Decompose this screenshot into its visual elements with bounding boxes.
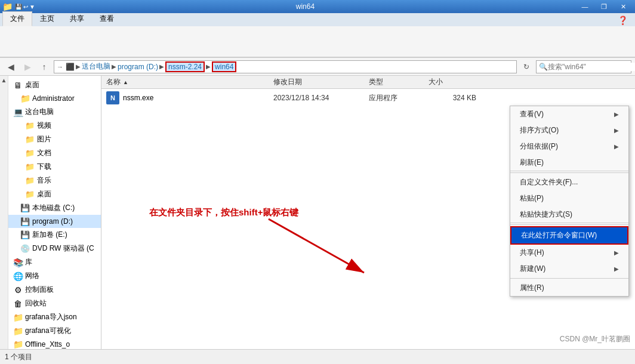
- sidebar-label-desktop2: 桌面: [37, 189, 51, 199]
- ctx-properties[interactable]: 属性(R): [510, 280, 628, 296]
- sidebar-item-recyclebin[interactable]: 🗑 回收站: [8, 297, 101, 310]
- sidebar-item-cdrive[interactable]: 💾 本地磁盘 (C:): [8, 201, 101, 215]
- ribbon-tab-file[interactable]: 文件: [2, 11, 32, 26]
- ctx-new[interactable]: 新建(W) ▶: [510, 261, 628, 277]
- drive-icon-e: 💾: [20, 230, 30, 240]
- close-button[interactable]: ✕: [614, 0, 633, 13]
- sidebar-item-grafana-json[interactable]: 📁 grafana导入json: [8, 310, 101, 324]
- sidebar-item-dvd[interactable]: 💿 DVD RW 驱动器 (C: [8, 242, 101, 255]
- sidebar-item-edrive[interactable]: 💾 新加卷 (E:): [8, 228, 101, 242]
- help-button[interactable]: ❓: [613, 14, 633, 26]
- ctx-view-label: 查看(V): [520, 109, 544, 119]
- sidebar-item-library[interactable]: 📚 库: [8, 255, 101, 269]
- breadcrumb-sendpc[interactable]: 送台电脑: [82, 61, 110, 72]
- ctx-opencmd-label: 在此处打开命令窗口(W): [521, 230, 597, 240]
- sidebar-label-pictures: 图片: [37, 134, 51, 144]
- sidebar-scroll-up[interactable]: ▲: [0, 76, 8, 349]
- ctx-group[interactable]: 分组依据(P) ▶: [510, 138, 628, 155]
- dvd-icon: 💿: [20, 244, 30, 254]
- col-type-header[interactable]: 类型: [369, 77, 429, 87]
- ctx-share[interactable]: 共享(H) ▶: [510, 245, 628, 261]
- sidebar-item-desktop2[interactable]: 📁 桌面: [8, 187, 101, 201]
- sidebar-item-thispc[interactable]: 💻 这台电脑: [8, 105, 101, 119]
- sidebar-item-docs[interactable]: 📁 文档: [8, 146, 101, 160]
- breadcrumb-computer[interactable]: ⬛: [66, 63, 75, 71]
- title-bar-icon: 📁: [2, 2, 13, 11]
- ctx-paste-shortcut[interactable]: 粘贴快捷方式(S): [510, 206, 628, 223]
- refresh-button[interactable]: ↻: [519, 60, 534, 74]
- sidebar-item-controlpanel[interactable]: ⚙ 控制面板: [8, 283, 101, 297]
- file-type: 应用程序: [369, 93, 429, 103]
- breadcrumb-program[interactable]: program (D:): [118, 63, 158, 71]
- col-size-header[interactable]: 大小: [429, 77, 476, 87]
- col-name-header[interactable]: 名称 ▲: [106, 77, 273, 87]
- search-input[interactable]: [548, 63, 635, 71]
- ctx-group-label: 分组依据(P): [520, 141, 558, 152]
- sidebar-label-offline: Offline_Xtts_o: [25, 340, 70, 348]
- address-nav-icon: →: [57, 63, 63, 70]
- status-bar: 1 个项目: [0, 349, 635, 364]
- breadcrumb-win64[interactable]: win64: [212, 61, 236, 72]
- ctx-open-cmd[interactable]: 在此处打开命令窗口(W): [510, 226, 628, 245]
- back-button[interactable]: ◀: [4, 60, 18, 74]
- search-icon: 🔍: [539, 63, 548, 71]
- sidebar-label-ddrive: program (D:): [32, 217, 73, 226]
- ctx-view[interactable]: 查看(V) ▶: [510, 106, 628, 122]
- up-button[interactable]: ↑: [37, 60, 51, 74]
- folder-icon-video: 📁: [25, 121, 35, 131]
- sidebar-item-offline[interactable]: 📁 Offline_Xtts_o: [8, 338, 101, 349]
- address-bar[interactable]: → ⬛ ▶ 送台电脑 ▶ program (D:) ▶ nssm-2.24 ▶ …: [54, 60, 517, 73]
- file-row[interactable]: N nssm.exe 2023/12/18 14:34 应用程序 324 KB: [101, 89, 635, 107]
- sidebar-item-video[interactable]: 📁 视频: [8, 119, 101, 132]
- ctx-paste[interactable]: 粘贴(P): [510, 190, 628, 206]
- folder-icon-grafana2: 📁: [13, 326, 23, 336]
- ribbon-tab-share[interactable]: 共享: [62, 11, 92, 26]
- restore-button[interactable]: ❐: [594, 0, 614, 13]
- context-menu: 查看(V) ▶ 排序方式(O) ▶ 分组依据(P) ▶ 刷新(E) 自定义文件夹…: [510, 106, 629, 297]
- sidebar-item-ddrive[interactable]: 💾 program (D:): [8, 215, 101, 228]
- file-area: 名称 ▲ 修改日期 类型 大小 N nssm.exe 2023/12/18 14…: [101, 76, 635, 349]
- folder-icon-dl: 📁: [25, 162, 35, 172]
- breadcrumb-sep-1: ▶: [112, 63, 116, 70]
- ctx-sort[interactable]: 排序方式(O) ▶: [510, 122, 628, 138]
- sidebar-label-edrive: 新加卷 (E:): [32, 230, 67, 240]
- file-date: 2023/12/18 14:34: [273, 94, 369, 102]
- sidebar-label-video: 视频: [37, 121, 51, 131]
- sidebar-item-desktop[interactable]: 🖥 桌面: [8, 78, 101, 92]
- watermark: CSDN @Mr_叶茗鹏圈: [560, 334, 630, 344]
- ctx-sort-arrow: ▶: [614, 127, 619, 134]
- sidebar-item-pictures[interactable]: 📁 图片: [8, 132, 101, 146]
- forward-button[interactable]: ▶: [20, 60, 35, 74]
- sidebar-item-administrator[interactable]: 📁 Administrator: [8, 92, 101, 105]
- window: 📁 💾 ↩ ▼ win64 — ❐ ✕ 文件 主页 共享 查看 ❓ ◀: [0, 0, 635, 364]
- folder-icon-desk2: 📁: [25, 190, 35, 199]
- ribbon-tab-home[interactable]: 主页: [32, 11, 62, 26]
- drive-icon-d: 💾: [20, 217, 30, 226]
- sidebar-item-music[interactable]: 📁 音乐: [8, 174, 101, 187]
- annotation-text: 在文件夹目录下，按住shift+鼠标右键: [149, 207, 298, 218]
- file-name: nssm.exe: [123, 94, 153, 102]
- ribbon-tab-view[interactable]: 查看: [92, 11, 122, 26]
- sidebar-label-thispc: 这台电脑: [25, 107, 54, 117]
- file-icon-nssm: N: [106, 91, 119, 104]
- nav-bar: ◀ ▶ ↑ → ⬛ ▶ 送台电脑 ▶ program (D:) ▶ nssm-2…: [0, 58, 635, 76]
- controlpanel-icon: ⚙: [13, 285, 23, 295]
- folder-icon-music: 📁: [25, 176, 35, 186]
- folder-icon-docs: 📁: [25, 149, 35, 158]
- computer-icon: 💻: [13, 107, 23, 117]
- sidebar-item-grafana-vis[interactable]: 📁 grafana可视化: [8, 324, 101, 338]
- sidebar-label-grafana-vis: grafana可视化: [25, 326, 71, 336]
- desktop-icon: 🖥: [13, 81, 23, 90]
- ctx-customize[interactable]: 自定义文件夹(F)...: [510, 174, 628, 190]
- library-icon: 📚: [13, 258, 23, 267]
- col-date-header[interactable]: 修改日期: [273, 77, 369, 87]
- ctx-view-arrow: ▶: [614, 111, 619, 118]
- breadcrumb-nssm[interactable]: nssm-2.24: [165, 61, 205, 72]
- ctx-refresh[interactable]: 刷新(E): [510, 155, 628, 171]
- minimize-button[interactable]: —: [575, 0, 594, 13]
- sidebar-item-downloads[interactable]: 📁 下载: [8, 160, 101, 174]
- sidebar-item-network[interactable]: 🌐 网络: [8, 269, 101, 283]
- ctx-sort-label: 排序方式(O): [520, 125, 559, 135]
- breadcrumb-sep-2: ▶: [159, 63, 164, 70]
- sidebar-label-docs: 文档: [37, 148, 51, 158]
